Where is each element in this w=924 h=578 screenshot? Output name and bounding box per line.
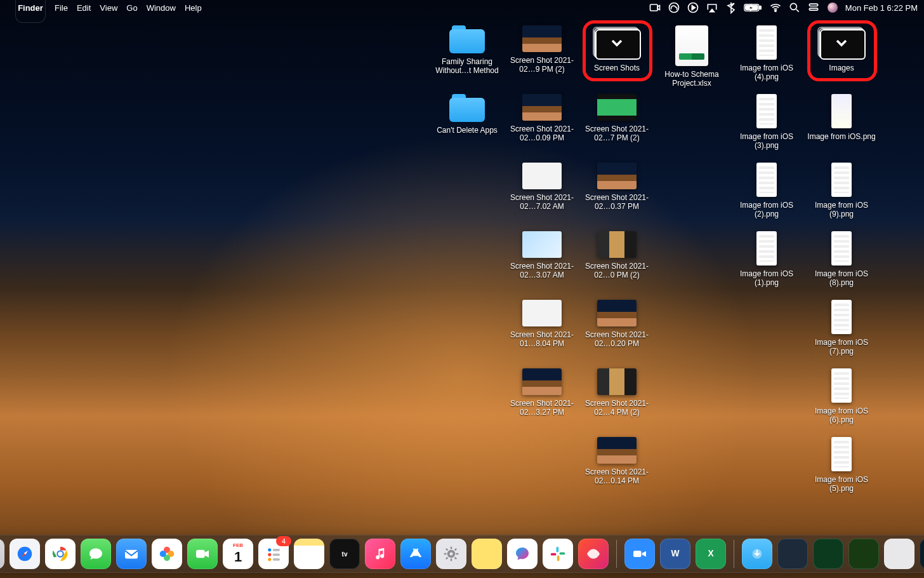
dock-tv[interactable]: tv [329,539,360,569]
menu-edit[interactable]: Edit [77,3,91,13]
dock-downloads[interactable] [742,539,772,569]
desktop-icon[interactable]: Images [804,25,879,72]
desktop-icon-label: Image from iOS.png [807,132,875,141]
desktop-icon[interactable]: Screen Shot 2021-02…3.27 PM [505,368,579,417]
dock-system-preferences[interactable] [436,539,466,569]
desktop-icon[interactable]: Image from iOS (4).png [729,25,804,81]
menu-file[interactable]: File [55,3,68,13]
dock-safari[interactable] [10,539,40,569]
desktop-icon-label: Screen Shot 2021-02…9 PM (2) [505,56,579,74]
desktop-icon[interactable]: Screen Shots [579,25,654,72]
desktop-icon[interactable]: Image from iOS (6).png [804,368,879,424]
desktop-icon[interactable]: Image from iOS (9).png [804,163,879,218]
desktop-icon-label: Screen Shots [594,64,640,72]
dock-messenger[interactable] [507,539,538,569]
desktop-icon-label: Screen Shot 2021-02…7 PM (2) [579,124,654,142]
dock-reminders[interactable]: 4 [258,539,289,569]
svg-rect-4 [760,6,762,9]
svg-rect-42 [557,556,560,561]
dock-calendar[interactable]: FEB1 [223,539,253,569]
desktop-icon[interactable]: Screen Shot 2021-02…0.20 PM [579,300,654,348]
svg-rect-41 [560,553,565,555]
svg-rect-25 [125,550,138,559]
menu-help[interactable]: Help [185,3,202,13]
svg-point-31 [268,548,271,551]
desktop-icon[interactable]: Screen Shot 2021-02…9 PM (2) [505,25,579,74]
dock-music[interactable] [365,539,395,569]
dock-chrome[interactable] [45,539,76,569]
wifi-icon[interactable] [769,3,782,13]
dock-minimized-window-4[interactable] [884,539,914,569]
battery-icon[interactable] [744,3,763,13]
menu-window[interactable]: Window [147,3,176,13]
svg-point-24 [58,551,63,556]
desktop-icon[interactable]: How-to Schema Project.xlsx [654,25,729,88]
svg-point-7 [790,3,796,10]
desktop-icon-label: How-to Schema Project.xlsx [654,70,729,88]
airplay-icon[interactable] [706,3,718,13]
desktop-icon[interactable]: Image from iOS (8).png [804,231,879,287]
dock-stickies[interactable] [472,539,502,569]
desktop-icon[interactable]: Image from iOS (2).png [729,163,804,218]
reminders-badge: 4 [276,536,291,546]
svg-point-33 [268,553,271,556]
bluetooth-icon[interactable] [725,3,737,13]
svg-text:W: W [671,549,680,558]
clock[interactable]: Mon Feb 1 6:22 PM [845,3,918,13]
user-avatar[interactable] [826,3,839,13]
desktop-icon-label: Image from iOS (5).png [804,475,879,493]
desktop-icon[interactable]: Screen Shot 2021-02…4 PM (2) [579,368,654,417]
dock-photos[interactable] [152,539,182,569]
desktop-icon[interactable]: Screen Shot 2021-02…3.07 AM [505,231,579,279]
dock-facetime[interactable] [187,539,218,569]
desktop-icon[interactable]: Image from iOS.png [804,94,879,141]
desktop-icon[interactable]: Screen Shot 2021-02…0.14 PM [579,437,654,485]
desktop-icon[interactable]: Screen Shot 2021-01…8.04 PM [505,300,579,348]
calendar-day: 1 [223,549,253,565]
svg-rect-30 [196,550,205,558]
desktop[interactable]: Finder File Edit View Go Window Help Mon… [0,0,924,578]
dock-launchpad[interactable] [0,539,4,569]
desktop-icon-label: Screen Shot 2021-02…0.14 PM [579,467,654,485]
dock-notes[interactable] [294,539,324,569]
desktop-icon[interactable]: Screen Shot 2021-02…0 PM (2) [579,231,654,279]
camera-status-icon[interactable] [649,3,661,13]
desktop-icon[interactable]: Can't Delete Apps [430,94,505,135]
desktop-icon[interactable]: Family Sharing Without…t Method [430,25,505,75]
desktop-icon-label: Screen Shot 2021-02…7.02 AM [505,193,579,211]
dock-minimized-window-5[interactable] [920,539,924,569]
desktop-icon[interactable]: Screen Shot 2021-02…0.37 PM [579,163,654,211]
desktop-icon[interactable]: Image from iOS (7).png [804,300,879,356]
dock-minimized-window-1[interactable] [777,539,808,569]
dock-excel[interactable]: X [696,539,726,569]
menu-go[interactable]: Go [126,3,137,13]
dock-appstore[interactable] [400,539,431,569]
creative-cloud-icon[interactable] [668,3,680,13]
svg-text:X: X [708,549,714,558]
dock-mail[interactable] [116,539,147,569]
svg-rect-8 [809,4,817,6]
desktop-icon[interactable]: Screen Shot 2021-02…0.09 PM [505,94,579,142]
desktop-icon[interactable]: Image from iOS (5).png [804,437,879,493]
spotlight-icon[interactable] [788,3,801,13]
dock-slack[interactable] [543,539,573,569]
svg-rect-0 [650,4,657,11]
dock-flux[interactable] [578,539,609,569]
dock-minimized-window-2[interactable] [813,539,843,569]
dock-word[interactable]: W [660,539,690,569]
menu-view[interactable]: View [100,3,117,13]
dock-minimized-window-3[interactable] [848,539,879,569]
dock-messages[interactable] [81,539,111,569]
desktop-icon[interactable]: Image from iOS (3).png [729,94,804,150]
desktop-icon-label: Screen Shot 2021-02…3.07 AM [505,262,579,279]
desktop-icon[interactable]: Screen Shot 2021-02…7.02 AM [505,163,579,211]
now-playing-icon[interactable] [687,3,699,13]
dock-zoom[interactable] [624,539,655,569]
control-center-icon[interactable] [807,3,820,13]
dock-separator-1 [616,540,617,568]
desktop-icon[interactable]: Screen Shot 2021-02…7 PM (2) [579,94,654,142]
menu-bar: Finder File Edit View Go Window Help Mon… [0,0,924,15]
svg-text:tv: tv [342,551,348,558]
desktop-icon[interactable]: Image from iOS (1).png [729,231,804,287]
desktop-icon-label: Screen Shot 2021-02…0 PM (2) [579,262,654,279]
